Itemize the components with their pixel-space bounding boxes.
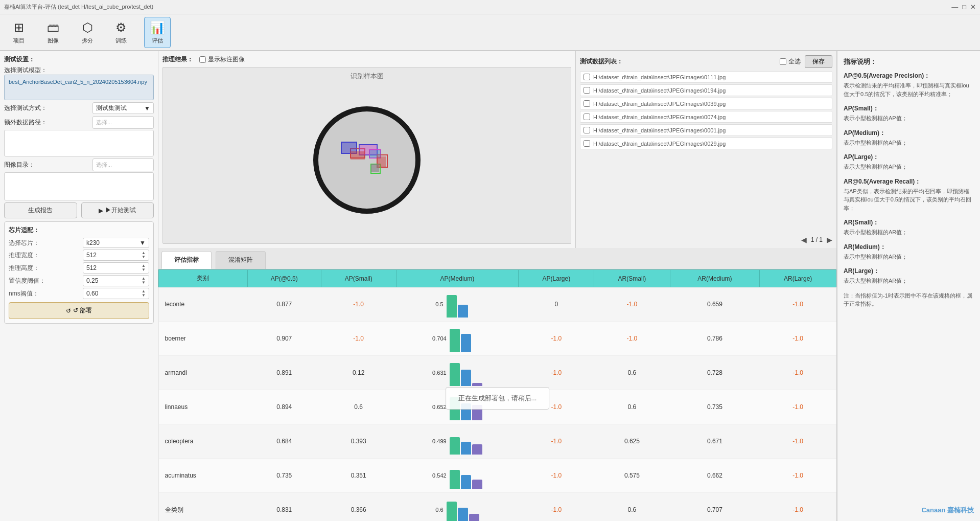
list-item[interactable]: H:\dataset_d\train_data\insect\JPEGImage… — [580, 98, 832, 109]
tab-confusion-label: 混淆矩阵 — [228, 256, 253, 263]
nms-spinner[interactable]: ▲ ▼ — [142, 289, 146, 298]
width-down-icon[interactable]: ▼ — [142, 255, 146, 259]
dropdown-arrow-icon: ▼ — [144, 105, 150, 112]
bar-blue — [458, 305, 468, 318]
cell-apmed: 0.631 — [396, 356, 519, 390]
annotation-checkbox-input[interactable] — [199, 56, 206, 63]
metric-item: 注：当指标值为-1时表示图中不存在该规格的框，属于正常指标。 — [844, 291, 974, 308]
cell-arlarge: -1.0 — [760, 287, 836, 322]
center-top-area: 推理结果： 显示标注图像 识别样本图 — [158, 51, 836, 248]
start-icon: ▶ — [99, 207, 103, 214]
list-item[interactable]: H:\dataset_d\train_data\insect\JPEGImage… — [580, 138, 832, 149]
list-item[interactable]: H:\dataset_d\train_data\insect\JPEGImage… — [580, 71, 832, 83]
col-arsmall: AR(Small) — [594, 270, 670, 287]
tab-metrics[interactable]: 评估指标 — [161, 251, 212, 269]
select-all-input[interactable] — [780, 58, 786, 65]
table-row: coleoptera 0.684 0.393 0.499 -1.0 0.625 … — [159, 424, 836, 459]
width-spinner[interactable]: ▲ ▼ — [142, 251, 146, 259]
cell-aplarge: 0 — [519, 287, 594, 322]
metric-name: AP@0.5(Average Precision)： — [844, 72, 974, 80]
cell-armed: 0.659 — [670, 287, 760, 322]
infer-width-input[interactable]: 512 ▲ ▼ — [83, 250, 149, 261]
cell-apmed: 0.704 — [396, 322, 519, 356]
chip-select-dropdown[interactable]: k230 ▼ — [83, 238, 149, 248]
toolbar-eval[interactable]: 📊 评估 — [144, 17, 171, 48]
cell-arlarge: -1.0 — [760, 356, 836, 390]
height-down-icon[interactable]: ▼ — [142, 268, 146, 272]
center-panel: 推理结果： 显示标注图像 识别样本图 — [158, 51, 837, 521]
tab-confusion[interactable]: 混淆矩阵 — [216, 251, 266, 269]
list-item-checkbox[interactable] — [584, 87, 590, 94]
save-button[interactable]: 保存 — [805, 55, 832, 68]
bar-green — [447, 295, 457, 318]
extra-path-textarea[interactable] — [4, 130, 154, 156]
eval-table-area: 类别 AP(@0.5) AP(Small) AP(Medium) AP(Larg… — [158, 269, 836, 521]
metric-name: AP(Small)： — [844, 104, 974, 113]
extra-path-input[interactable]: 选择... — [92, 116, 154, 129]
metric-desc: 表示中型检测框的AR值； — [844, 253, 974, 261]
extra-path-row: 额外数据路径： 选择... — [4, 116, 154, 129]
list-item-checkbox[interactable] — [584, 114, 590, 120]
conf-down-icon[interactable]: ▼ — [142, 281, 146, 285]
chip-value: k230 — [86, 239, 100, 246]
image-dir-label: 图像目录： — [4, 161, 35, 169]
list-item-checkbox[interactable] — [584, 100, 590, 107]
start-test-button[interactable]: ▶ ▶开始测试 — [81, 202, 154, 218]
list-item-checkbox[interactable] — [584, 127, 590, 133]
infer-height-label: 推理高度： — [9, 264, 39, 273]
close-btn[interactable]: ✕ — [970, 3, 976, 11]
bar-green — [450, 437, 460, 455]
confidence-spinner[interactable]: ▲ ▼ — [142, 277, 146, 285]
main-content: 测试设置： 选择测试模型： best_AnchorBaseDet_can2_5_… — [0, 51, 980, 521]
cell-ap05: 0.831 — [247, 493, 321, 522]
infer-width-value: 512 — [86, 252, 97, 259]
toolbar-image[interactable]: 🗃 图像 — [42, 17, 64, 48]
maximize-btn[interactable]: □ — [962, 3, 966, 11]
minimize-btn[interactable]: — — [951, 3, 958, 11]
window-controls[interactable]: — □ ✕ — [951, 3, 976, 11]
loading-text: 正在生成部署包，请稍后... — [458, 394, 537, 402]
infer-height-input[interactable]: 512 ▲ ▼ — [83, 262, 149, 274]
list-item-checkbox[interactable] — [584, 74, 590, 80]
cell-apsmall: 0.12 — [321, 356, 396, 390]
list-item[interactable]: H:\dataset_d\train_data\insect\JPEGImage… — [580, 111, 832, 123]
cell-armed: 0.671 — [670, 424, 760, 459]
toolbar-eval-label: 评估 — [152, 37, 163, 44]
list-item[interactable]: H:\dataset_d\train_data\insect\JPEGImage… — [580, 124, 832, 136]
test-method-dropdown[interactable]: 测试集测试 ▼ — [92, 102, 154, 114]
prev-page-button[interactable]: ◀ — [801, 236, 807, 244]
data-list: H:\dataset_d\train_data\insect\JPEGImage… — [580, 71, 832, 233]
nms-down-icon[interactable]: ▼ — [142, 293, 146, 298]
bar-blue — [461, 370, 471, 386]
cell-class: linnaeus — [159, 390, 248, 424]
cell-arsmall: 0.625 — [594, 424, 670, 459]
select-all-checkbox[interactable]: 全选 — [780, 57, 801, 66]
sample-image-svg — [311, 104, 423, 216]
list-item-checkbox[interactable] — [584, 140, 590, 147]
pagination: ◀ 1 / 1 ▶ — [580, 236, 832, 244]
svg-point-0 — [316, 109, 418, 211]
list-item[interactable]: H:\dataset_d\train_data\insect\JPEGImage… — [580, 84, 832, 96]
toolbar-segment[interactable]: ⬡ 拆分 — [77, 17, 98, 48]
col-armed: AR(Medium) — [670, 270, 760, 287]
page-indicator: 1 / 1 — [811, 236, 823, 243]
image-dir-textarea[interactable] — [4, 172, 154, 200]
confidence-input[interactable]: 0.25 ▲ ▼ — [83, 275, 149, 286]
cell-arsmall: 0.575 — [594, 459, 670, 493]
metric-name: AP(Large)： — [844, 153, 974, 162]
cell-arlarge: -1.0 — [760, 322, 836, 356]
list-item-path: H:\dataset_d\train_data\insect\JPEGImage… — [593, 114, 829, 120]
height-spinner[interactable]: ▲ ▼ — [142, 264, 146, 272]
image-dir-input[interactable]: 选择... — [92, 158, 154, 171]
toolbar-train[interactable]: ⚙ 训练 — [110, 17, 132, 48]
show-annotation-checkbox[interactable]: 显示标注图像 — [199, 55, 245, 64]
next-page-button[interactable]: ▶ — [827, 236, 832, 244]
metric-name: AR(Small)： — [844, 218, 974, 227]
toolbar-project[interactable]: ⊞ 项目 — [8, 17, 30, 48]
generate-report-button[interactable]: 生成报告 — [4, 202, 77, 218]
nms-input[interactable]: 0.60 ▲ ▼ — [83, 288, 149, 299]
deploy-button[interactable]: ↺ ↺ 部署 — [9, 302, 149, 319]
metric-item: AR(Medium)： 表示中型检测框的AR值； — [844, 243, 974, 261]
cell-apsmall: -1.0 — [321, 287, 396, 322]
nms-value: 0.60 — [86, 290, 98, 297]
